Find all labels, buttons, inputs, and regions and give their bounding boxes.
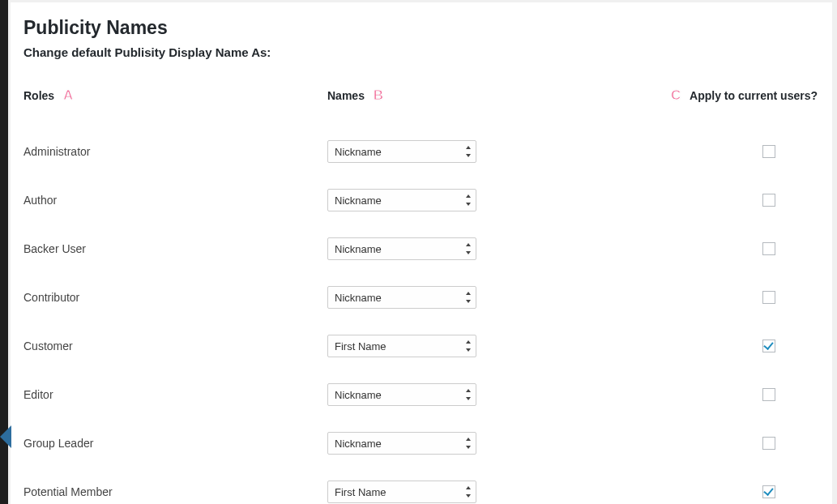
names-cell: NicknameFirst Name [327, 189, 660, 211]
apply-cell [660, 388, 824, 401]
apply-cell [660, 437, 824, 450]
header-roles-label: Roles [23, 89, 54, 102]
names-cell: NicknameFirst Name [327, 481, 660, 503]
names-cell: NicknameFirst Name [327, 383, 660, 406]
header-names-label: Names [327, 89, 365, 102]
names-cell: NicknameFirst Name [327, 432, 660, 455]
name-select-wrap: NicknameFirst Name [327, 189, 476, 211]
table-row: EditorNicknameFirst Name [23, 370, 824, 419]
settings-panel: Publicity Names Change default Publisity… [11, 2, 832, 504]
header-apply-cell: C Apply to current users? [660, 87, 824, 105]
name-select-wrap: NicknameFirst Name [327, 432, 476, 455]
table-row: AdministratorNicknameFirst Name [23, 127, 824, 176]
apply-cell [660, 242, 824, 255]
role-label: Administrator [23, 145, 327, 158]
role-label: Group Leader [23, 437, 327, 450]
header-names-cell: Names B [327, 87, 660, 105]
role-label: Potential Member [23, 485, 327, 498]
name-select[interactable]: NicknameFirst Name [327, 335, 476, 357]
table-row: CustomerNicknameFirst Name [23, 322, 824, 370]
apply-checkbox[interactable] [762, 388, 775, 401]
apply-checkbox[interactable] [762, 291, 775, 304]
name-select-wrap: NicknameFirst Name [327, 383, 476, 406]
name-select-wrap: NicknameFirst Name [327, 481, 476, 503]
apply-checkbox[interactable] [762, 437, 775, 450]
apply-cell [660, 145, 824, 158]
apply-checkbox[interactable] [762, 340, 775, 352]
role-label: Author [23, 194, 327, 207]
apply-cell [660, 485, 824, 498]
annotation-badge-c: C [667, 87, 685, 105]
admin-sidebar-edge [0, 0, 8, 504]
apply-cell [660, 194, 824, 207]
apply-cell [660, 340, 824, 352]
role-label: Backer User [23, 242, 327, 255]
page-title: Publicity Names [23, 17, 824, 39]
table-row: Potential MemberNicknameFirst Name [23, 468, 824, 504]
name-select[interactable]: NicknameFirst Name [327, 237, 476, 260]
name-select[interactable]: NicknameFirst Name [327, 481, 476, 503]
name-select-wrap: NicknameFirst Name [327, 286, 476, 309]
names-cell: NicknameFirst Name [327, 335, 660, 357]
apply-checkbox[interactable] [762, 485, 775, 498]
names-cell: NicknameFirst Name [327, 140, 660, 163]
name-select-wrap: NicknameFirst Name [327, 140, 476, 163]
header-roles-cell: Roles A [23, 87, 327, 105]
annotation-badge-b: B [369, 87, 387, 105]
table-row: Group LeaderNicknameFirst Name [23, 419, 824, 468]
name-select[interactable]: NicknameFirst Name [327, 286, 476, 309]
role-label: Customer [23, 340, 327, 352]
name-select[interactable]: NicknameFirst Name [327, 383, 476, 406]
names-cell: NicknameFirst Name [327, 237, 660, 260]
name-select[interactable]: NicknameFirst Name [327, 140, 476, 163]
apply-checkbox[interactable] [762, 194, 775, 207]
annotation-badge-a: A [59, 87, 77, 105]
name-select-wrap: NicknameFirst Name [327, 335, 476, 357]
apply-cell [660, 291, 824, 304]
table-row: AuthorNicknameFirst Name [23, 176, 824, 224]
role-label: Editor [23, 388, 327, 401]
header-apply-label: Apply to current users? [690, 89, 818, 102]
table-row: Backer UserNicknameFirst Name [23, 224, 824, 273]
name-select-wrap: NicknameFirst Name [327, 237, 476, 260]
role-label: Contributor [23, 291, 327, 304]
table-row: ContributorNicknameFirst Name [23, 273, 824, 322]
apply-checkbox[interactable] [762, 242, 775, 255]
roles-table-body: AdministratorNicknameFirst NameAuthorNic… [23, 127, 824, 504]
table-header-row: Roles A Names B C Apply to current users… [23, 87, 824, 105]
name-select[interactable]: NicknameFirst Name [327, 432, 476, 455]
name-select[interactable]: NicknameFirst Name [327, 189, 476, 211]
apply-checkbox[interactable] [762, 145, 775, 158]
names-cell: NicknameFirst Name [327, 286, 660, 309]
page-subtitle: Change default Publisity Display Name As… [23, 45, 824, 59]
